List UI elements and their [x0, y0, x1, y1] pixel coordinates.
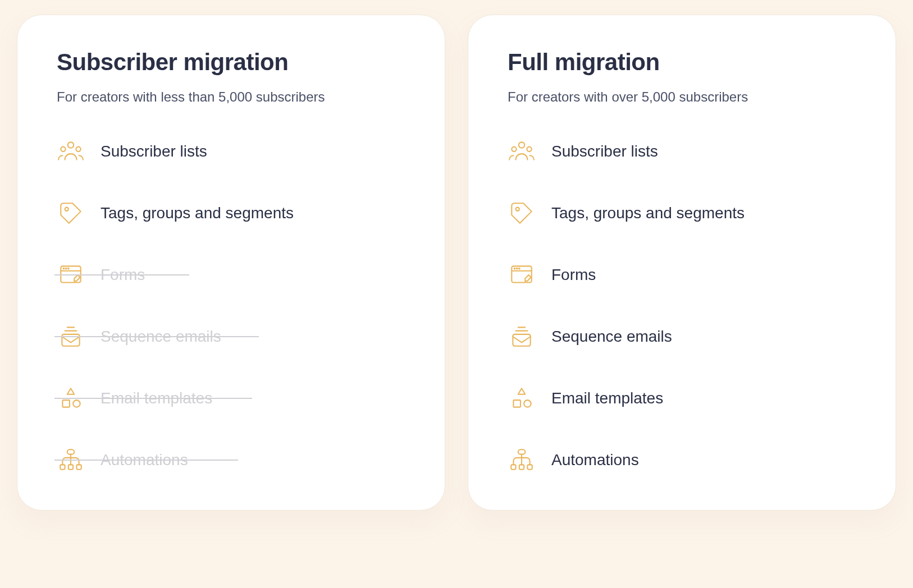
feature-sequence-emails: Sequence emails — [508, 323, 856, 351]
feature-label: Forms — [101, 266, 145, 284]
full-migration-card: Full migration For creators with over 5,… — [468, 15, 896, 511]
feature-list: Subscriber lists Tags, groups and segmen… — [508, 137, 856, 474]
feature-email-templates: Email templates — [57, 384, 405, 412]
card-subtitle: For creators with over 5,000 subscribers — [508, 89, 856, 105]
subscriber-migration-card: Subscriber migration For creators with l… — [17, 15, 445, 511]
feature-label: Subscriber lists — [101, 143, 207, 160]
form-icon — [57, 261, 85, 289]
mail-icon — [508, 323, 536, 351]
feature-label: Forms — [551, 266, 596, 284]
hierarchy-icon — [57, 446, 85, 474]
tag-icon — [508, 199, 536, 227]
feature-tags: Tags, groups and segments — [508, 199, 856, 227]
shapes-icon — [57, 384, 85, 412]
people-icon — [57, 137, 85, 166]
feature-label: Email templates — [101, 389, 212, 407]
card-title: Full migration — [508, 49, 856, 76]
feature-subscriber-lists: Subscriber lists — [508, 137, 856, 166]
feature-label: Tags, groups and segments — [551, 204, 745, 222]
feature-label: Automations — [101, 451, 188, 469]
hierarchy-icon — [508, 446, 536, 474]
feature-label: Email templates — [551, 389, 663, 407]
mail-icon — [57, 323, 85, 351]
feature-forms: Forms — [57, 261, 405, 289]
tag-icon — [57, 199, 85, 227]
card-subtitle: For creators with less than 5,000 subscr… — [57, 89, 405, 105]
feature-forms: Forms — [508, 261, 856, 289]
feature-tags: Tags, groups and segments — [57, 199, 405, 227]
migration-cards: Subscriber migration For creators with l… — [17, 15, 896, 511]
feature-subscriber-lists: Subscriber lists — [57, 137, 405, 166]
feature-label: Automations — [551, 451, 639, 469]
feature-label: Subscriber lists — [551, 143, 658, 160]
form-icon — [508, 261, 536, 289]
card-title: Subscriber migration — [57, 49, 405, 76]
feature-email-templates: Email templates — [508, 384, 856, 412]
feature-label: Sequence emails — [101, 328, 221, 346]
feature-label: Tags, groups and segments — [101, 204, 294, 222]
feature-list: Subscriber lists Tags, groups and segmen… — [57, 137, 405, 474]
feature-label: Sequence emails — [551, 328, 672, 346]
feature-sequence-emails: Sequence emails — [57, 323, 405, 351]
shapes-icon — [508, 384, 536, 412]
feature-automations: Automations — [57, 446, 405, 474]
people-icon — [508, 137, 536, 166]
feature-automations: Automations — [508, 446, 856, 474]
